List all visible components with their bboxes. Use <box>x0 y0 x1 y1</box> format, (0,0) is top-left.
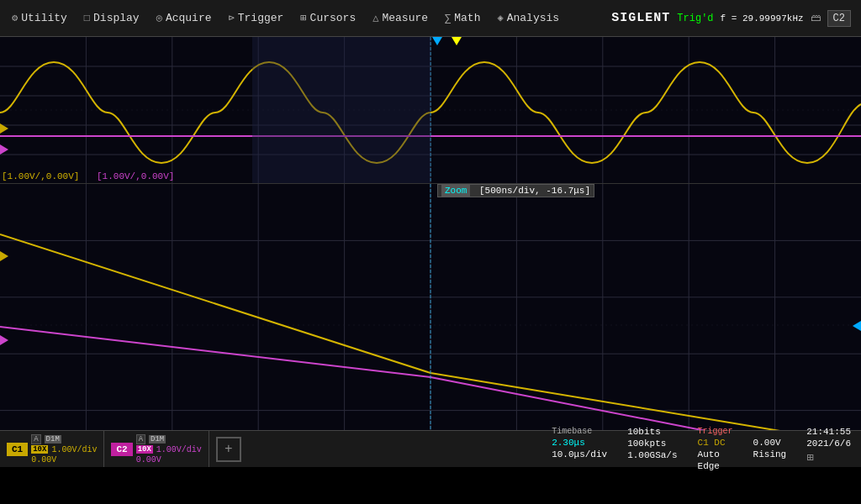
trigger-edge: Rising <box>753 449 787 459</box>
menu-cursors[interactable]: ⊞ Cursors <box>292 0 364 36</box>
measure-icon: △ <box>372 12 378 24</box>
ch1-block[interactable]: C1 A D1M 10X 1.00V/div 0.00V <box>0 431 104 467</box>
menu-acquire[interactable]: ◎ Acquire <box>148 0 220 36</box>
analysis-icon: ◈ <box>497 12 503 24</box>
brand-name: SIGLENT <box>611 11 670 25</box>
date-display: 2021/6/6 <box>806 438 851 449</box>
trigger-source: C1 DC <box>698 438 733 448</box>
trigger-level: 0.00V <box>753 438 787 448</box>
menu-analysis[interactable]: ◈ Analysis <box>489 0 568 36</box>
storage-icon: 🗃 <box>811 12 821 24</box>
menu-bar: ⚙ Utility □ Display ◎ Acquire ⊳ Trigger … <box>0 0 861 37</box>
ch2-scale-label: [1.00V/,0.00V] <box>97 171 174 181</box>
svg-rect-16 <box>252 37 430 183</box>
scope-area: [1.00V/,0.00V] [1.00V/,0.00V] <box>0 37 861 467</box>
zoom-grid <box>0 184 861 467</box>
menu-trigger[interactable]: ⊳ Trigger <box>220 0 293 36</box>
zoom-time-div: [500ns/div, -16.7μs] <box>476 186 590 196</box>
ch2-probe: A <box>136 434 145 444</box>
display-icon: □ <box>84 13 90 24</box>
trigger-time-marker <box>452 37 462 45</box>
ch1-scale-label: [1.00V/,0.00V] <box>2 171 79 181</box>
zoom-keyword: Zoom <box>441 185 470 197</box>
ch1-ground-arrow <box>0 123 8 134</box>
memory-group: 10bits 100kpts 1.00GSa/s <box>627 427 677 471</box>
menu-display[interactable]: □ Display <box>76 0 148 36</box>
grid-settings-icon[interactable]: ⊞ <box>806 450 851 465</box>
depth-value: 100kpts <box>627 438 677 449</box>
status-bar: C1 A D1M 10X 1.00V/div 0.00V C2 A D1M <box>0 430 861 467</box>
ch1-probe-x: 10X <box>31 445 48 454</box>
timebase-value: 2.30μs <box>552 438 607 448</box>
trigger-type: Edge <box>698 461 733 471</box>
timebase-group: Timebase 2.30μs 10.0μs/div <box>552 427 607 471</box>
top-grid <box>0 37 861 183</box>
top-panel: [1.00V/,0.00V] [1.00V/,0.00V] <box>0 37 861 184</box>
ch1-coupling: D1M <box>45 435 61 444</box>
channel-indicator: C2 <box>827 10 851 27</box>
ch1-probe: A <box>31 434 40 444</box>
trigger-group: Trigger C1 DC Auto Edge <box>698 427 733 471</box>
menu-utility[interactable]: ⚙ Utility <box>3 0 76 36</box>
ch1-vdiv: 1.00V/div <box>51 445 97 454</box>
ch1-offset: 0.00V <box>31 455 97 465</box>
ch2-zoom-ground-arrow <box>0 335 8 345</box>
ch2-scale-row: 10X 1.00V/div <box>136 445 202 454</box>
sample-rate: 1.00GSa/s <box>627 450 677 460</box>
trigger-icon: ⊳ <box>229 12 235 24</box>
trig-status: Trig'd <box>677 13 713 24</box>
ch2-offset: 0.00V <box>136 455 202 465</box>
ch2-info: A D1M 10X 1.00V/div 0.00V <box>136 434 202 465</box>
time-display: 21:41:55 <box>806 427 851 437</box>
ch2-badge: C2 <box>111 443 132 456</box>
ch2-vdiv: 1.00V/div <box>156 445 202 454</box>
zoom-ch1-right-marker <box>853 321 861 331</box>
acquire-icon: ◎ <box>156 12 162 24</box>
cursors-icon: ⊞ <box>300 12 306 24</box>
freq-display: f = 29.99997kHz <box>721 13 804 24</box>
utility-icon: ⚙ <box>12 12 18 24</box>
zoom-panel: Zoom [500ns/div, -16.7μs] <box>0 184 861 467</box>
menu-measure[interactable]: △ Measure <box>364 0 436 36</box>
trigger-level-group: 0.00V Rising <box>753 427 787 471</box>
timebase-div: 10.0μs/div <box>552 449 607 459</box>
right-status: Timebase 2.30μs 10.0μs/div 10bits 100kpt… <box>552 427 861 471</box>
ch1-detail-1: A D1M <box>31 434 97 444</box>
timebase-label: Timebase <box>552 427 607 436</box>
ch1-zoom-ground-arrow <box>0 251 8 261</box>
ch2-coupling: D1M <box>149 435 166 444</box>
datetime-group: 21:41:55 2021/6/6 ⊞ <box>806 427 851 471</box>
ch2-detail-1: A D1M <box>136 434 202 444</box>
ch1-badge: C1 <box>7 443 28 456</box>
trigger-position-marker <box>432 37 442 45</box>
trigger-label: Trigger <box>698 427 733 436</box>
math-icon: ∑ <box>445 13 451 24</box>
trigger-mode: Auto <box>698 449 733 459</box>
add-channel-button[interactable]: + <box>216 437 241 462</box>
menu-math[interactable]: ∑ Math <box>436 0 489 36</box>
ch1-info: A D1M 10X 1.00V/div 0.00V <box>31 434 97 465</box>
zoom-time-label: Zoom [500ns/div, -16.7μs] <box>437 184 594 197</box>
ch2-probe-x: 10X <box>136 445 153 454</box>
ch2-ground-arrow <box>0 144 8 155</box>
bits-value: 10bits <box>627 427 677 437</box>
brand-area: SIGLENT Trig'd f = 29.99997kHz 🗃 C2 <box>611 10 858 27</box>
ch2-block[interactable]: C2 A D1M 10X 1.00V/div 0.00V <box>104 431 209 467</box>
ch1-scale-row: 10X 1.00V/div <box>31 445 97 454</box>
